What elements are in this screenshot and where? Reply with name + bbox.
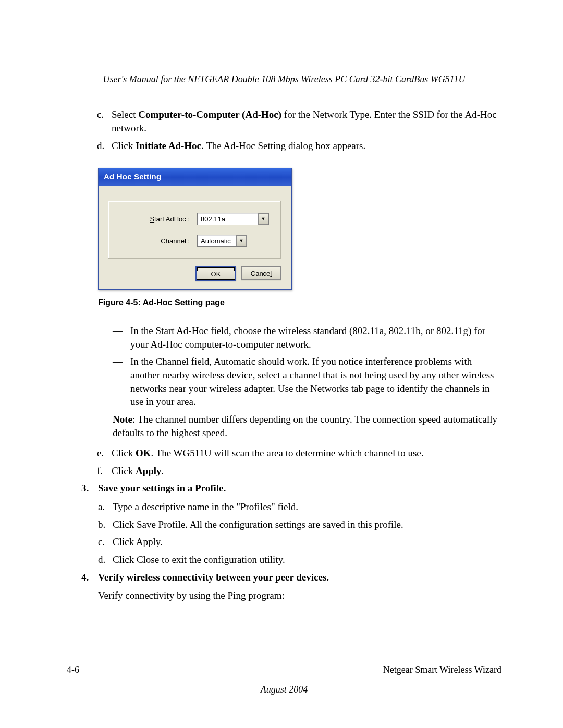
text: Click — [112, 465, 136, 476]
step-3a: a. Type a descriptive name in the "Profi… — [98, 500, 501, 514]
marker: a. — [98, 500, 113, 514]
footer-right: Netgear Smart Wireless Wizard — [383, 663, 501, 676]
bullet-text: In the Start Ad-Hoc field, choose the wi… — [130, 324, 499, 351]
marker-c: c. — [97, 108, 112, 134]
step-3c: c. Click Apply. — [98, 535, 501, 549]
page-header: User's Manual for the NETGEAR Double 108… — [67, 73, 501, 89]
text: . The Ad-Hoc Setting dialog box appears. — [201, 140, 365, 151]
marker: b. — [98, 518, 113, 532]
text: Type a descriptive name in the "Profiles… — [113, 500, 501, 514]
bold-term: OK — [136, 448, 151, 459]
channel-select[interactable]: Automatic — [197, 235, 247, 247]
step-e: e. Click OK. The WG511U will scan the ar… — [97, 447, 501, 460]
bullet-start-adhoc: In the Start Ad-Hoc field, choose the wi… — [113, 324, 499, 351]
footer-date: August 2004 — [67, 683, 501, 696]
channel-value: Automatic — [198, 237, 236, 246]
step-3-title: Save your settings in a Profile. — [98, 482, 226, 495]
bullet-channel: In the Channel field, Automatic should w… — [113, 355, 499, 409]
step-4-marker: 4. — [81, 571, 98, 584]
text: . — [162, 465, 164, 476]
bullet-text: In the Channel field, Automatic should w… — [130, 355, 499, 409]
text: Click — [112, 448, 136, 459]
step-f: f. Click Apply. — [97, 464, 501, 478]
note-label: Note — [113, 414, 132, 425]
step-c: c. Select Computer-to-Computer (Ad-Hoc) … — [97, 108, 501, 134]
step-3b: b. Click Save Profile. All the configura… — [98, 518, 501, 532]
text: Click Apply. — [113, 535, 501, 549]
marker-e: e. — [97, 447, 112, 460]
figure-caption: Figure 4-5: Ad-Hoc Setting page — [98, 297, 501, 309]
bold-term: Apply — [136, 465, 162, 476]
chevron-down-icon[interactable] — [258, 213, 268, 225]
chevron-down-icon[interactable] — [236, 235, 247, 246]
note-text: : The channel number differs depending o… — [113, 414, 497, 438]
start-adhoc-label: Start AdHoc : — [132, 215, 190, 224]
step-3d: d. Click Close to exit the configuration… — [98, 553, 501, 566]
marker: c. — [98, 535, 113, 549]
step-4-text: Verify connectivity by using the Ping pr… — [98, 589, 501, 602]
text: Click — [112, 140, 136, 151]
marker-f: f. — [97, 464, 112, 478]
marker-d: d. — [97, 139, 112, 153]
step-d: d. Click Initiate Ad-Hoc. The Ad-Hoc Set… — [97, 139, 501, 153]
start-adhoc-value: 802.11a — [198, 215, 258, 224]
ok-button[interactable]: OK — [195, 266, 236, 281]
channel-label: Channel : — [132, 237, 190, 246]
marker: d. — [98, 553, 113, 566]
note-block: Note: The channel number differs dependi… — [113, 413, 501, 439]
text: Click Save Profile. All the configuratio… — [113, 518, 501, 532]
cancel-button[interactable]: Cancel — [241, 266, 281, 280]
dialog-titlebar: Ad Hoc Setting — [99, 168, 291, 186]
text: Select — [112, 109, 138, 120]
bold-term: Initiate Ad-Hoc — [136, 140, 201, 151]
bold-term: Computer-to-Computer (Ad-Hoc) — [138, 109, 282, 120]
text: . The WG511U will scan the area to deter… — [151, 448, 423, 459]
page-number: 4-6 — [67, 663, 79, 676]
text: Click Close to exit the configuration ut… — [113, 553, 501, 566]
step-4-title: Verify wireless connectivity between you… — [98, 571, 329, 584]
step-3-marker: 3. — [81, 482, 98, 495]
start-adhoc-select[interactable]: 802.11a — [197, 213, 269, 225]
adhoc-dialog: Ad Hoc Setting Start AdHoc : 802.11a — [98, 168, 292, 290]
